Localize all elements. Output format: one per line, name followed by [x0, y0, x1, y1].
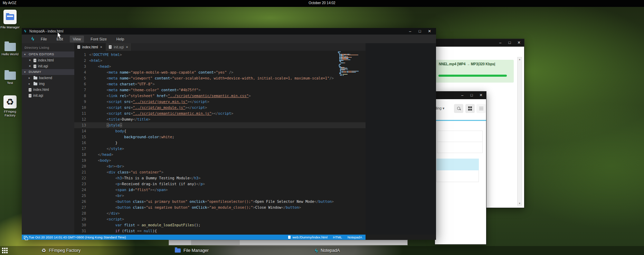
grid-view-button[interactable] [465, 104, 475, 113]
tree-folder-img[interactable]: ▸ img [22, 81, 74, 87]
tab-close-icon[interactable]: ✕ [100, 46, 103, 49]
menu-font-size[interactable]: Font Size [87, 36, 110, 42]
taskbar-label: FFmpeg Factory [49, 248, 80, 253]
caret-right-icon: ▸ [29, 81, 32, 87]
menu-view[interactable]: View [70, 36, 84, 42]
grid-view-icon [468, 106, 472, 111]
background-window-scroll-track [191, 240, 240, 245]
sidebar: Directory Listing ▾ OPEN EDITORS ✕ index… [22, 43, 74, 235]
tree-file-init-agi[interactable]: init.agi [22, 93, 74, 98]
list-view-icon [479, 107, 483, 110]
tree-folder-backend[interactable]: ▸ backend [22, 75, 74, 81]
open-editor-index-html[interactable]: ✕ index.html [22, 57, 74, 63]
notepada-window[interactable]: ϟ NotepadA - index.html – □ ✕ ϟ File Edi… [22, 28, 436, 240]
caret-right-icon: ▸ [29, 75, 32, 81]
sort-order-dropdown[interactable]: Ascending ▾ [436, 106, 453, 113]
desktop: – □ ✕ NNEL.mp4 [MP4 → MP3|320 Kbps| ▲ ▼ … [0, 0, 644, 255]
file-row[interactable] [436, 170, 479, 182]
maximize-icon[interactable]: □ [469, 93, 474, 98]
taskbar-item-notepada[interactable]: ϟ NotepadA [315, 247, 340, 254]
notepada-logo-icon: ϟ [31, 36, 34, 42]
folder-name: backend [39, 75, 52, 81]
minimize-icon[interactable]: – [498, 40, 503, 45]
section-label: DUMMY [29, 69, 41, 75]
desktop-icon-hello-world[interactable]: Hello World [0, 43, 20, 56]
file-icon [29, 88, 31, 92]
search-icon [457, 106, 461, 111]
file-name: index.html [38, 57, 54, 63]
conversion-progress-bar [438, 75, 507, 77]
close-icon[interactable]: ✕ [29, 57, 32, 63]
list-view-button[interactable] [476, 104, 486, 113]
file-window-titlebar[interactable]: – □ ✕ [435, 92, 486, 99]
desktop-icon-file-manager[interactable]: File Manager [0, 10, 20, 29]
minimize-icon[interactable]: – [408, 29, 413, 34]
ffmpeg-scrollbar[interactable]: ▲ ▼ [517, 57, 522, 206]
close-icon[interactable]: ✕ [427, 29, 432, 34]
tab-init-agi[interactable]: init.agi ✕ [106, 43, 132, 51]
gutter: 1234567891011121314151617181920212223242… [74, 52, 86, 234]
file-icon [34, 59, 36, 62]
icon-label: Hello World [0, 52, 20, 56]
status-language[interactable]: HTML [333, 235, 342, 239]
menu-help[interactable]: Help [113, 36, 127, 42]
taskbar-item-ffmpeg-factory[interactable]: ♻ FFmpeg Factory [41, 247, 80, 254]
status-bar: Tue Oct 20 2020 14:01:43 GMT+0800 (Hong … [22, 235, 366, 240]
file-explorer-window[interactable]: – □ ✕ Ascending ▾ [435, 91, 486, 245]
toolbar-divider [435, 120, 486, 121]
recycle-icon: ♻ [3, 95, 17, 108]
desktop-icon-test[interactable]: Test [0, 72, 20, 85]
icon-label: Test [0, 81, 20, 85]
file-row-selected[interactable] [436, 159, 479, 170]
file-name: index.html [33, 87, 49, 93]
section-open-editors[interactable]: ▾ OPEN EDITORS [22, 51, 74, 57]
section-dummy-folder[interactable]: ▾ DUMMY [22, 69, 74, 75]
folder-name: img [39, 81, 45, 87]
file-icon [29, 94, 31, 97]
scroll-down-icon[interactable]: ▼ [518, 202, 522, 205]
open-editor-init-agi[interactable]: ✕ init.agi [22, 63, 74, 69]
minimize-icon[interactable]: – [460, 93, 465, 98]
tab-close-icon[interactable]: ✕ [126, 46, 128, 49]
minimap[interactable] [338, 51, 363, 76]
window-filler [366, 43, 436, 235]
tree-file-index-html[interactable]: index.html [22, 87, 74, 93]
editor-area: index.html ✕ init.agi ✕ 1234567891011121… [74, 43, 366, 235]
file-name: init.agi [38, 63, 48, 69]
folder-icon [4, 72, 16, 80]
file-icon [109, 45, 112, 49]
ffmpeg-window-titlebar[interactable]: – □ ✕ [433, 39, 524, 47]
maximize-icon[interactable]: □ [417, 29, 422, 34]
desktop-icon-ffmpeg-factory[interactable]: ♻ FFmpeg Factory [0, 95, 20, 117]
close-icon[interactable]: ✕ [29, 63, 32, 69]
tab-bar: index.html ✕ init.agi ✕ [74, 43, 366, 51]
search-button[interactable] [454, 104, 463, 113]
background-window-edge[interactable] [169, 240, 408, 245]
file-icon [77, 45, 80, 49]
app-menu-icon[interactable] [2, 248, 8, 253]
scroll-up-icon[interactable]: ▲ [518, 58, 522, 60]
status-file-path: web:/Dummy/index.html [292, 235, 327, 239]
icon-label: FFmpeg Factory [0, 110, 20, 117]
maximize-icon[interactable]: □ [507, 40, 512, 45]
status-app-name: NotepadA [348, 235, 362, 239]
close-icon[interactable]: ✕ [479, 93, 483, 98]
section-label: OPEN EDITORS [29, 51, 54, 57]
close-icon[interactable]: ✕ [517, 40, 521, 45]
recycle-icon: ♻ [41, 247, 46, 254]
sort-order-label: Ascending [436, 106, 442, 110]
file-row[interactable] [437, 142, 483, 153]
menu-file[interactable]: File [38, 36, 50, 42]
window-title: NotepadA - index.html [29, 29, 63, 33]
file-row[interactable] [437, 131, 483, 142]
code-editor[interactable]: 1234567891011121314151617181920212223242… [74, 51, 366, 235]
clock: October 20 14:02 [0, 1, 644, 5]
tab-label: index.html [82, 45, 98, 49]
folder-icon [34, 83, 37, 85]
code-lines[interactable]: <!DOCTYPE html><html> <head> <meta name=… [89, 52, 366, 234]
taskbar-item-file-manager[interactable]: File Manager [175, 247, 209, 254]
tab-index-html[interactable]: index.html ✕ [74, 43, 106, 51]
notepada-titlebar[interactable]: ϟ NotepadA - index.html – □ ✕ [22, 28, 436, 35]
taskbar-label: File Manager [183, 248, 209, 253]
status-datetime: Tue Oct 20 2020 14:01:43 GMT+0800 (Hong … [29, 235, 126, 239]
